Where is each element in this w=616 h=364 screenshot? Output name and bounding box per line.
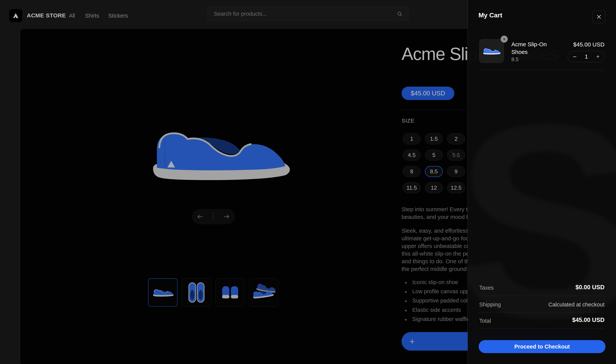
total-value: $45.00 USD [572, 317, 604, 324]
cart-item-price: $45.00 USD [573, 41, 604, 48]
item-divider [479, 70, 605, 70]
cart-item-thumbnail [479, 39, 504, 63]
summary-divider [479, 328, 605, 329]
total-label: Total [479, 318, 491, 324]
quantity-value: 1 [585, 53, 588, 60]
cart-item-name[interactable]: Acme Slip-On Shoes [511, 40, 559, 56]
increase-quantity-button[interactable]: + [596, 54, 600, 59]
shipping-label: Shipping [479, 301, 501, 308]
cart-item-variant: 8.5 [511, 57, 519, 63]
quantity-stepper: − 1 + [568, 51, 605, 62]
cart-drawer: S My Cart Acme Slip-On Shoes 8.5 $45.00 … [468, 0, 616, 364]
close-cart-button[interactable] [592, 10, 605, 23]
cart-title: My Cart [479, 12, 502, 19]
checkout-button[interactable]: Proceed to Checkout [479, 340, 605, 353]
shoe-side-icon [482, 47, 501, 55]
shipping-value: Calculated at checkout [549, 301, 604, 308]
remove-item-button[interactable] [501, 36, 508, 43]
summary-divider [479, 312, 605, 312]
taxes-label: Taxes [479, 285, 494, 291]
taxes-value: $0.00 USD [576, 284, 604, 291]
close-icon [596, 14, 602, 20]
close-icon [503, 38, 506, 41]
decrease-quantity-button[interactable]: − [573, 53, 576, 60]
page-dim-overlay[interactable] [0, 0, 468, 364]
summary-divider [479, 296, 605, 296]
